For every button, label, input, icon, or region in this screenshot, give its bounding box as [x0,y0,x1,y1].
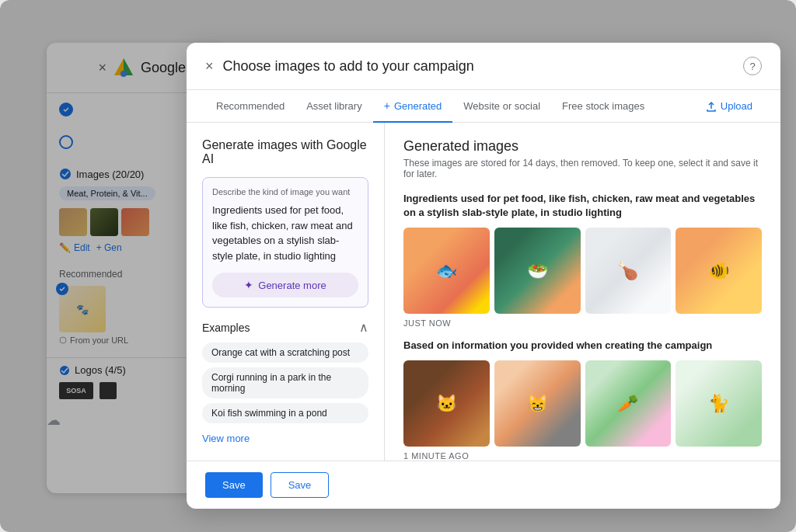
generated-image-2-4[interactable]: 🐈 [676,360,762,447]
pet-img-2-2: 😸 [494,360,581,447]
dialog-help-button[interactable]: ? [743,57,762,75]
right-panel-subtitle: These images are stored for 14 days, the… [403,158,762,179]
tab-recommended[interactable]: Recommended [205,91,295,123]
prompt-text[interactable]: Ingredients used for pet food, like fish… [212,203,358,263]
save-button-1[interactable]: Save [205,472,263,498]
examples-section: Examples ∧ Orange cat with a scratching … [202,320,368,449]
example-chip-1[interactable]: Orange cat with a scratching post [202,342,368,363]
generated-image-1-3[interactable]: 🍗 [585,228,672,314]
dialog-footer: Save Save [187,461,780,509]
main-dialog: × Choose images to add to your campaign … [187,43,780,509]
section-2-title: Based on information you provided when c… [403,339,762,353]
image-grid-2: 🐱 😸 🥕 🐈 [403,360,762,447]
upload-button[interactable]: Upload [696,96,762,116]
generated-image-1-1[interactable]: 🐟 [403,228,490,314]
chevron-up-icon: ∧ [359,320,368,335]
food-img-1-3: 🍗 [585,228,672,314]
timestamp-1: Just now [403,318,762,328]
dialog-body: Generate images with Google AI Describe … [187,123,780,461]
left-panel: Generate images with Google AI Describe … [187,123,385,461]
tab-bar: Recommended Asset library + Generated We… [187,90,780,123]
tab-free-stock[interactable]: Free stock images [551,91,655,123]
sparkle-icon: ✦ [244,279,253,291]
section-1-title: Ingredients used for pet food, like fish… [403,192,762,220]
generated-image-1-4[interactable]: 🐠 [676,228,762,314]
tab-website-social[interactable]: Website or social [452,91,551,123]
pet-img-2-3: 🥕 [585,360,672,447]
image-grid-1: 🐟 🥗 🍗 🐠 [403,228,762,314]
left-panel-title: Generate images with Google AI [202,138,368,166]
pet-img-2-4: 🐈 [676,360,762,447]
prompt-box: Describe the kind of image you want Ingr… [202,177,368,308]
tab-asset-library[interactable]: Asset library [295,91,373,123]
generated-image-1-2[interactable]: 🥗 [494,228,581,314]
food-img-1-4: 🐠 [676,228,762,314]
examples-header[interactable]: Examples ∧ [202,320,368,335]
view-more-button[interactable]: View more [202,428,250,449]
timestamp-2: 1 minute ago [403,451,762,461]
example-chip-2[interactable]: Corgi running in a park in the morning [202,367,368,398]
right-panel-title: Generated images [403,138,762,155]
save-button-2[interactable]: Save [271,472,330,498]
example-chip-3[interactable]: Koi fish swimming in a pond [202,403,368,423]
pet-img-2-1: 🐱 [403,360,490,447]
dialog-close-button[interactable]: × [205,58,214,75]
generated-image-2-2[interactable]: 😸 [494,360,581,447]
tab-generated[interactable]: + Generated [373,90,453,123]
right-panel: Generated images These images are stored… [385,123,780,461]
dialog-header: × Choose images to add to your campaign … [187,43,780,90]
generated-image-2-1[interactable]: 🐱 [403,360,490,447]
upload-icon [706,101,717,112]
food-img-1-2: 🥗 [494,228,581,314]
food-img-1-1: 🐟 [403,228,490,314]
dialog-title: Choose images to add to your campaign [223,58,734,75]
generate-more-button[interactable]: ✦ Generate more [212,273,358,297]
generated-image-2-3[interactable]: 🥕 [585,360,672,447]
prompt-label: Describe the kind of image you want [212,187,358,196]
